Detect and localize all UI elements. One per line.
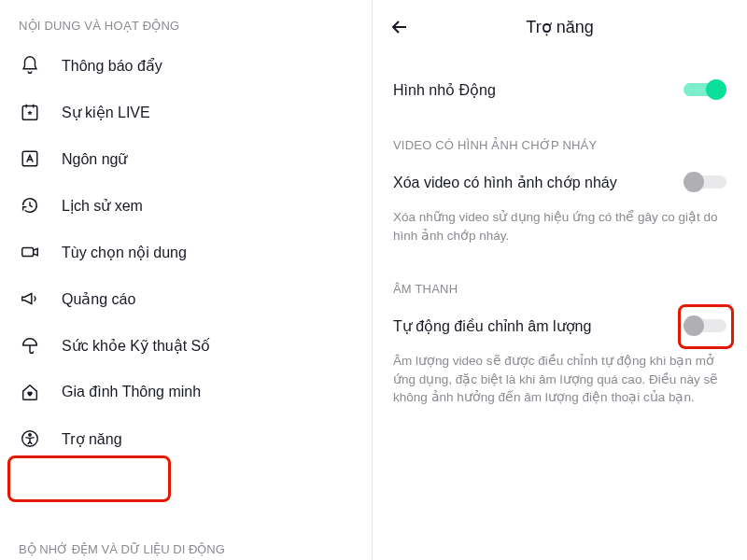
page-title: Trợ năng [526, 17, 593, 37]
menu-item-label: Sự kiện LIVE [62, 104, 150, 121]
back-button[interactable] [386, 13, 414, 41]
menu-item-ads[interactable]: Quảng cáo [0, 275, 372, 322]
group-header-sound: ÂM THANH [373, 250, 747, 300]
menu-item-content-preferences[interactable]: Tùy chọn nội dung [0, 229, 372, 275]
toggle-animated-thumbnail[interactable] [684, 78, 726, 101]
toggle-auto-volume[interactable] [684, 315, 726, 337]
menu-item-label: Tùy chọn nội dung [62, 244, 187, 261]
menu-item-label: Thông báo đẩy [62, 57, 162, 75]
settings-list-pane: NỘI DUNG VÀ HOẠT ĐỘNG Thông báo đẩy Sự k… [0, 0, 373, 560]
toggle-remove-flashing[interactable] [684, 171, 726, 193]
svg-rect-2 [22, 247, 34, 256]
home-heart-icon [19, 381, 41, 403]
menu-item-live-events[interactable]: Sự kiện LIVE [0, 89, 372, 135]
accessibility-detail-pane: Trợ năng Hình nhỏ Động VIDEO CÓ HÌNH ẢNH… [373, 0, 747, 560]
menu-item-push-notifications[interactable]: Thông báo đẩy [0, 42, 372, 89]
menu-item-label: Lịch sử xem [62, 197, 143, 215]
history-icon [19, 194, 41, 217]
menu-item-watch-history[interactable]: Lịch sử xem [0, 182, 372, 229]
row-desc-flashing: Xóa những video sử dụng hiệu ứng có thể … [373, 208, 747, 250]
menu-item-digital-wellbeing[interactable]: Sức khỏe Kỹ thuật Số [0, 322, 372, 369]
video-camera-icon [19, 241, 41, 263]
menu-item-label: Sức khỏe Kỹ thuật Số [62, 337, 210, 355]
row-animated-thumbnail: Hình nhỏ Động [373, 54, 747, 116]
menu-item-language[interactable]: Ngôn ngữ [0, 135, 372, 182]
menu-item-label: Quảng cáo [62, 290, 135, 308]
megaphone-icon [19, 287, 41, 310]
menu-item-family-pairing[interactable]: Gia đình Thông minh [0, 369, 372, 415]
topbar: Trợ năng [373, 0, 747, 54]
row-desc-auto-volume: Âm lượng video sẽ được điều chỉnh tự độn… [373, 352, 747, 413]
menu-item-label: Ngôn ngữ [62, 150, 128, 168]
group-header-flashing: VIDEO CÓ HÌNH ẢNH CHỚP NHÁY [373, 116, 747, 156]
menu-item-label: Gia đình Thông minh [62, 384, 201, 400]
accessibility-icon [19, 427, 41, 450]
menu-item-accessibility[interactable]: Trợ năng [0, 415, 372, 462]
row-remove-flashing: Xóa video có hình ảnh chớp nháy [373, 156, 747, 208]
bell-icon [19, 54, 41, 77]
section-header-cache-cellular: BỘ NHỚ ĐỆM VÀ DỮ LIỆU DI ĐỘNG [0, 542, 244, 560]
menu-item-label: Trợ năng [62, 430, 122, 448]
letter-a-icon [19, 147, 41, 170]
umbrella-icon [19, 334, 41, 357]
row-auto-volume: Tự động điều chỉnh âm lượng [373, 300, 747, 352]
calendar-star-icon [19, 101, 41, 123]
row-label: Hình nhỏ Động [393, 81, 496, 99]
arrow-left-icon [388, 16, 411, 38]
row-label: Xóa video có hình ảnh chớp nháy [393, 174, 617, 191]
row-label: Tự động điều chỉnh âm lượng [393, 317, 591, 335]
section-header-content-activity: NỘI DUNG VÀ HOẠT ĐỘNG [0, 13, 372, 42]
svg-point-4 [29, 434, 31, 436]
